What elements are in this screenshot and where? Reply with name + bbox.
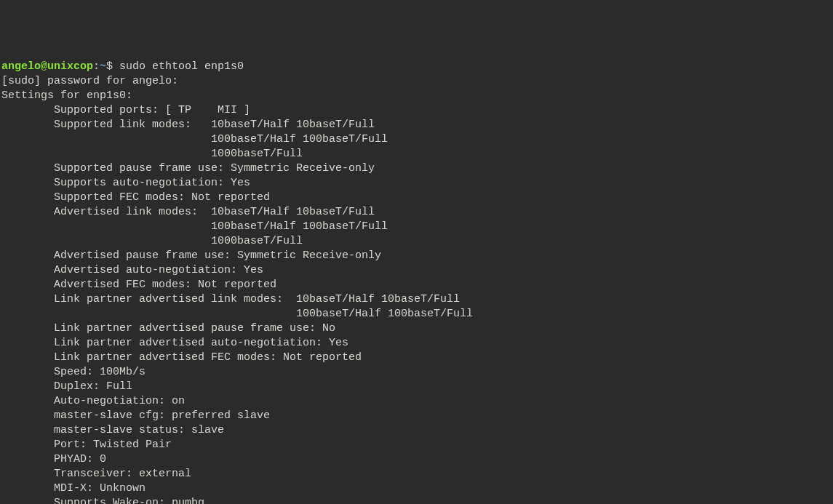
- output-line: Supported ports: [ TP MII ]: [1, 103, 832, 118]
- output-line: Link partner advertised FEC modes: Not r…: [1, 351, 832, 365]
- dollar: $: [106, 60, 119, 73]
- output-line: MDI-X: Unknown: [1, 481, 832, 496]
- output-line: Auto-negotiation: on: [1, 394, 832, 409]
- output-line: Supported FEC modes: Not reported: [1, 191, 832, 205]
- output-line: 100baseT/Half 100baseT/Full: [1, 220, 832, 234]
- output-line: 1000baseT/Full: [1, 147, 832, 161]
- output-line: Speed: 100Mb/s: [1, 365, 832, 380]
- output-line: 100baseT/Half 100baseT/Full: [1, 132, 832, 147]
- output-line: Supported pause frame use: Symmetric Rec…: [1, 161, 832, 176]
- output-line: 1000baseT/Full: [1, 234, 832, 249]
- terminal-output[interactable]: angelo@unixcop:~$ sudo ethtool enp1s0[su…: [1, 60, 832, 504]
- output-line: Advertised auto-negotiation: Yes: [1, 263, 832, 278]
- output-line: Duplex: Full: [1, 380, 832, 394]
- path: ~: [100, 60, 106, 73]
- output-line: Supports Wake-on: pumbg: [1, 496, 832, 504]
- user-host: angelo@unixcop: [1, 60, 93, 73]
- command-text: sudo ethtool enp1s0: [119, 60, 244, 73]
- output-line: 100baseT/Half 100baseT/Full: [1, 307, 832, 321]
- output-line: Advertised pause frame use: Symmetric Re…: [1, 249, 832, 263]
- output-line: master-slave status: slave: [1, 423, 832, 438]
- output-line: Link partner advertised auto-negotiation…: [1, 336, 832, 351]
- output-line: master-slave cfg: preferred slave: [1, 409, 832, 423]
- output-line: Transceiver: external: [1, 467, 832, 481]
- colon: :: [93, 60, 100, 73]
- output-line: Link partner advertised link modes: 10ba…: [1, 292, 832, 307]
- output-line: Advertised FEC modes: Not reported: [1, 278, 832, 292]
- output-line: Supported link modes: 10baseT/Half 10bas…: [1, 118, 832, 132]
- output-line: PHYAD: 0: [1, 452, 832, 467]
- prompt-line: angelo@unixcop:~$ sudo ethtool enp1s0: [1, 60, 832, 74]
- output-line: Link partner advertised pause frame use:…: [1, 321, 832, 336]
- output-line: Supports auto-negotiation: Yes: [1, 176, 832, 191]
- output-line: Advertised link modes: 10baseT/Half 10ba…: [1, 205, 832, 220]
- output-line: Port: Twisted Pair: [1, 438, 832, 452]
- output-line: [sudo] password for angelo:: [1, 74, 832, 89]
- output-line: Settings for enp1s0:: [1, 89, 832, 103]
